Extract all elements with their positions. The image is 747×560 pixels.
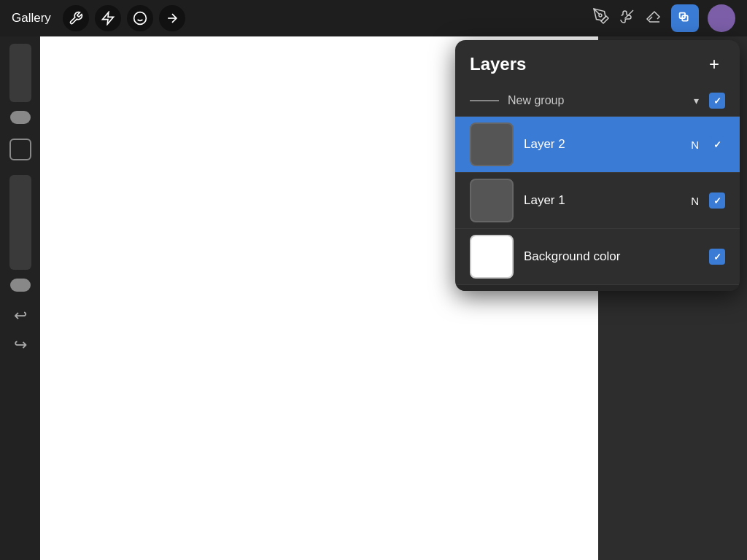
new-group-label: New group	[508, 94, 694, 107]
layer1-name: Layer 1	[524, 193, 691, 208]
layer1-thumbnail	[470, 179, 514, 222]
layers-panel-footer	[455, 285, 740, 291]
layer-row-layer1[interactable]: Layer 1 N	[455, 173, 740, 229]
chevron-down-icon[interactable]: ▾	[694, 95, 699, 106]
top-toolbar: Gallery	[0, 0, 747, 36]
background-thumbnail	[470, 235, 514, 279]
layer2-visibility-checkbox[interactable]	[709, 136, 725, 152]
smudge-button[interactable]	[127, 5, 153, 31]
toolbar-right	[592, 4, 735, 32]
new-group-visibility-checkbox[interactable]	[709, 93, 725, 109]
shape-tool[interactable]	[9, 139, 31, 160]
brush-tool-button[interactable]	[619, 7, 636, 29]
color-slider[interactable]	[9, 175, 31, 270]
adjustments-button[interactable]	[95, 5, 121, 31]
layer1-visibility-checkbox[interactable]	[709, 192, 725, 209]
background-visibility-checkbox[interactable]	[709, 249, 725, 265]
svg-marker-0	[102, 12, 113, 25]
arrow-button[interactable]	[159, 5, 185, 31]
new-group-row[interactable]: New group ▾	[455, 85, 740, 117]
pen-tool-button[interactable]	[592, 7, 610, 29]
layers-header: Layers +	[455, 40, 740, 85]
layer1-blend-mode[interactable]: N	[691, 195, 699, 207]
gallery-button[interactable]: Gallery	[12, 11, 51, 26]
layer2-thumbnail	[470, 122, 514, 166]
wrench-button[interactable]	[63, 5, 89, 31]
layer2-blend-mode[interactable]: N	[691, 139, 699, 151]
layers-panel: Layers + New group ▾ Layer 2 N Layer 1 N…	[455, 40, 740, 291]
layer-row-background[interactable]: Background color	[455, 229, 740, 285]
group-indent-line	[470, 100, 499, 101]
user-avatar[interactable]	[708, 4, 735, 32]
add-layer-button[interactable]: +	[703, 53, 725, 75]
brush-size-slider[interactable]	[9, 44, 31, 102]
layers-title: Layers	[470, 54, 526, 74]
eraser-tool-button[interactable]	[645, 7, 662, 29]
background-name: Background color	[524, 249, 699, 264]
redo-button[interactable]: ↪	[14, 335, 27, 354]
layers-button[interactable]	[671, 4, 699, 32]
svg-point-4	[599, 14, 602, 17]
opacity-slider-handle[interactable]	[10, 111, 31, 124]
undo-button[interactable]: ↩	[14, 306, 27, 325]
left-sidebar: ↩ ↪	[0, 36, 40, 560]
brush-opacity-handle[interactable]	[10, 279, 31, 292]
layer2-name: Layer 2	[524, 137, 691, 152]
layer-row-layer2[interactable]: Layer 2 N	[455, 117, 740, 173]
